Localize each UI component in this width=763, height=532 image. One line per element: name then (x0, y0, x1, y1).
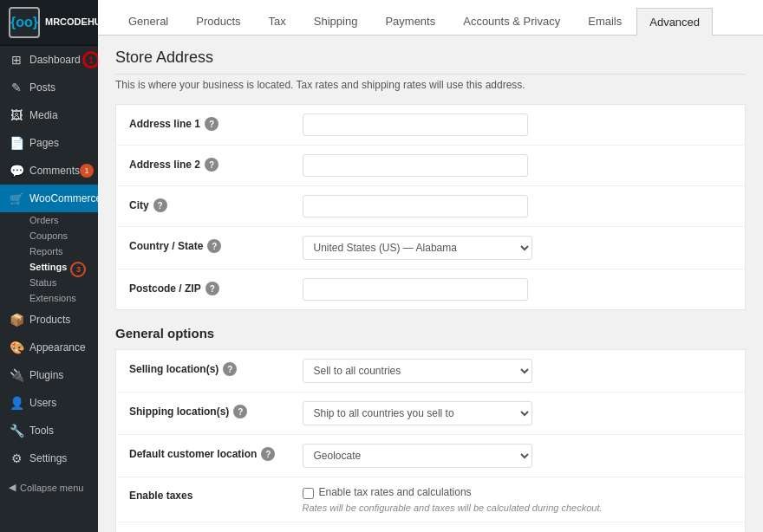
sidebar-item-appearance[interactable]: 🎨 Appearance (0, 334, 98, 361)
enable-taxes-desc: Rates will be configurable and taxes wil… (303, 503, 733, 513)
sidebar-item-products[interactable]: 📦 Products (0, 306, 98, 334)
table-row: Address line 1 ? (116, 105, 746, 146)
city-input[interactable] (303, 195, 528, 217)
sidebar: {oo} MRCODEHUB ⊞ Dashboard 1 ✎ Posts 🖼 M… (0, 0, 98, 532)
sidebar-sub-orders[interactable]: Orders (0, 212, 98, 228)
dashboard-icon: ⊞ (9, 52, 24, 68)
address2-help-icon[interactable]: ? (205, 158, 218, 172)
table-row: Country / State ? United States (US) — A… (116, 227, 746, 269)
sidebar-item-users[interactable]: 👤 Users (0, 389, 98, 417)
table-row: City ? (116, 186, 746, 227)
posts-icon: ✎ (9, 80, 24, 95)
sidebar-sub-coupons[interactable]: Coupons (0, 228, 98, 243)
sidebar-item-dashboard[interactable]: ⊞ Dashboard 1 (0, 46, 98, 74)
address1-help-icon[interactable]: ? (205, 117, 218, 131)
sidebar-item-woocommerce[interactable]: 🛒 WooCommerce (0, 185, 98, 212)
tab-tax[interactable]: Tax (256, 7, 299, 35)
logo-text: MRCODEHUB (45, 16, 98, 28)
sidebar-label: Products (29, 314, 70, 326)
general-options-title: General options (115, 326, 746, 341)
tab-payments[interactable]: Payments (372, 7, 448, 35)
sidebar-label: Posts (29, 81, 55, 94)
settings-icon: ⚙ (9, 451, 24, 466)
sidebar-sub-reports[interactable]: Reports (0, 243, 98, 259)
content-area: Store Address This is where your busines… (98, 36, 763, 532)
selling-help-icon[interactable]: ? (223, 362, 237, 376)
sidebar-item-posts[interactable]: ✎ Posts (0, 74, 98, 101)
default-location-label: Default customer location (129, 448, 257, 460)
postcode-help-icon[interactable]: ? (205, 282, 219, 295)
sidebar-label: WooCommerce (29, 192, 98, 204)
tab-advanced[interactable]: Advanced (636, 8, 713, 36)
tools-icon: 🔧 (9, 423, 24, 438)
address2-input[interactable] (303, 154, 528, 177)
sidebar-label: Pages (29, 137, 59, 149)
annotation-1: 1 (82, 51, 98, 68)
sidebar-item-comments[interactable]: 💬 Comments 1 (0, 157, 98, 185)
logo-icon: {oo} (9, 7, 40, 38)
shipping-locations-label: Shipping location(s) (129, 405, 229, 418)
tab-shipping[interactable]: Shipping (301, 7, 371, 35)
sidebar-sub-status[interactable]: Status (0, 275, 98, 290)
sidebar-label: Settings (29, 452, 67, 464)
selling-locations-label: Selling location(s) (129, 363, 218, 375)
table-row: 4 Enable coupons (116, 522, 746, 533)
sidebar-label: Users (29, 397, 56, 409)
table-row: Postcode / ZIP ? (116, 269, 746, 310)
address1-label: Address line 1 (129, 118, 200, 130)
default-location-select[interactable]: Geolocate (303, 444, 532, 468)
sidebar-item-settings[interactable]: ⚙ Settings (0, 444, 98, 472)
sidebar-label: Dashboard (29, 54, 81, 66)
shipping-help-icon[interactable]: ? (233, 405, 247, 418)
sidebar-item-media[interactable]: 🖼 Media (0, 101, 98, 129)
sidebar-label: Plugins (29, 369, 63, 381)
postcode-input[interactable] (303, 278, 528, 301)
enable-taxes-checkbox-label: Enable tax rates and calculations (319, 486, 472, 498)
collapse-label: Collapse menu (20, 483, 83, 493)
general-options-table: Selling location(s) ? Sell to all countr… (115, 349, 746, 532)
tabs-bar: General Products Tax Shipping Payments A… (98, 0, 763, 36)
country-label: Country / State (129, 240, 203, 252)
sidebar-label: Media (29, 109, 58, 121)
comments-icon: 💬 (9, 163, 24, 178)
city-help-icon[interactable]: ? (153, 198, 167, 212)
pages-icon: 📄 (9, 135, 24, 151)
sidebar-item-tools[interactable]: 🔧 Tools (0, 417, 98, 444)
city-label: City (129, 199, 149, 211)
default-loc-help-icon[interactable]: ? (261, 447, 275, 461)
table-row: Address line 2 ? (116, 146, 746, 186)
table-row: Shipping location(s) ? Ship to all count… (116, 393, 746, 435)
sidebar-sub-settings[interactable]: Settings 3 (0, 259, 98, 275)
collapse-icon: ◀ (9, 482, 16, 493)
plugins-icon: 🔌 (9, 367, 24, 383)
sidebar-label: Comments (29, 165, 80, 177)
address2-label: Address line 2 (129, 159, 200, 171)
country-help-icon[interactable]: ? (207, 239, 221, 253)
media-icon: 🖼 (9, 107, 24, 123)
table-row: Default customer location ? Geolocate (116, 435, 746, 477)
users-icon: 👤 (9, 395, 24, 411)
address1-input[interactable] (303, 114, 528, 136)
main-area: General Products Tax Shipping Payments A… (98, 0, 763, 532)
tab-accounts[interactable]: Accounts & Privacy (450, 7, 573, 35)
collapse-menu-button[interactable]: ◀ Collapse menu (0, 476, 98, 499)
appearance-icon: 🎨 (9, 340, 24, 355)
country-select[interactable]: United States (US) — Alabama (303, 236, 532, 260)
enable-taxes-checkbox[interactable] (303, 488, 314, 499)
shipping-locations-select[interactable]: Ship to all countries you sell to (303, 401, 532, 425)
products-icon: 📦 (9, 312, 24, 328)
comments-badge: 1 (80, 164, 94, 178)
enable-taxes-label: Enable taxes (129, 490, 192, 502)
tab-emails[interactable]: Emails (575, 7, 635, 35)
sidebar-sub-extensions[interactable]: Extensions (0, 290, 98, 306)
store-address-desc: This is where your business is located. … (115, 79, 746, 91)
table-row: Enable taxes Enable tax rates and calcul… (116, 477, 746, 522)
table-row: Selling location(s) ? Sell to all countr… (116, 350, 746, 393)
sidebar-label: Appearance (29, 341, 86, 354)
tab-products[interactable]: Products (183, 7, 253, 35)
sidebar-item-plugins[interactable]: 🔌 Plugins (0, 361, 98, 389)
tab-general[interactable]: General (115, 7, 181, 35)
store-address-table: Address line 1 ? Address line 2 ? (115, 104, 746, 310)
selling-locations-select[interactable]: Sell to all countries (303, 359, 532, 383)
sidebar-item-pages[interactable]: 📄 Pages (0, 129, 98, 157)
